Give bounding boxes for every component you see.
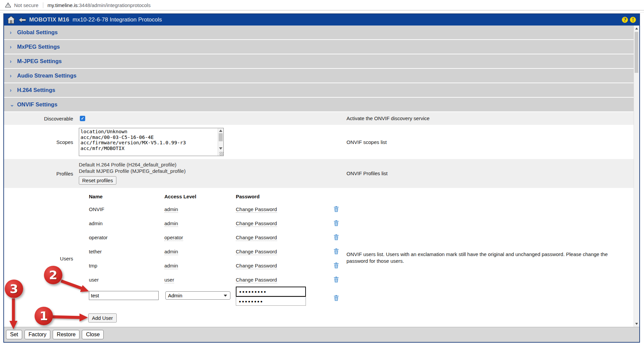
new-user-password-confirm-input[interactable]: ●●●●●●●● [236, 297, 306, 306]
add-user-button[interactable]: Add User [88, 313, 117, 323]
not-secure-label[interactable]: Not secure [14, 2, 39, 8]
accordion-section-global-settings[interactable]: › Global Settings [4, 26, 634, 39]
users-table-header: Name Access Level Password [89, 191, 634, 202]
password-confirm-dots: ●●●●●●●● [239, 299, 263, 303]
home-icon[interactable] [7, 16, 15, 24]
scopes-row: Scopes location/Unknown acc/mac/00-03-C5… [4, 126, 634, 158]
accordion-section-h264-settings[interactable]: › H.264 Settings [4, 83, 634, 97]
discoverable-checkbox[interactable]: ✓ [80, 116, 85, 121]
column-header-name: Name [89, 194, 164, 199]
chevron-icon: ⌄ [10, 101, 13, 108]
scopes-textarea-value[interactable]: location/Unknown acc/mac/00-03-C5-16-06-… [79, 128, 218, 156]
change-password-link[interactable]: Change Password [236, 235, 277, 241]
users-row: Users Name Access Level Password ONVIF a… [4, 189, 634, 326]
accordion-section-audio-stream-settings[interactable]: › Audio Stream Settings [4, 69, 634, 83]
page-scrollbar-up-arrow-icon[interactable] [634, 26, 639, 31]
chevron-icon: › [10, 87, 13, 93]
users-label: Users [4, 256, 73, 261]
scopes-textarea[interactable]: location/Unknown acc/mac/00-03-C5-16-06-… [79, 128, 224, 156]
accordion-section-label: ONVIF Settings [17, 101, 57, 108]
user-name: tether [89, 249, 164, 254]
change-password-link[interactable]: Change Password [236, 277, 277, 283]
delete-new-user-trash-icon[interactable] [334, 295, 339, 301]
set-button[interactable]: Set [6, 330, 22, 339]
scrollbar-up-arrow-icon[interactable] [219, 130, 222, 132]
page-scrollbar-down-arrow-icon[interactable] [634, 321, 639, 326]
selected-access-level: Admin [168, 293, 182, 298]
user-name: admin [89, 220, 164, 226]
not-secure-warning-icon [5, 2, 11, 8]
user-access-level[interactable]: admin [164, 249, 178, 255]
url-path: :3448/admin/integrationprotocols [77, 2, 151, 8]
users-table-body: ONVIF admin Change Password [89, 202, 634, 287]
info-icon[interactable]: ! [630, 17, 636, 23]
discoverable-label: Discoverable [4, 116, 73, 121]
user-name: tmp [89, 263, 164, 268]
url-text[interactable]: my.timeline.is:3448/admin/integrationpro… [48, 2, 151, 8]
delete-user-trash-icon[interactable] [334, 277, 339, 283]
help-icon[interactable]: ? [622, 17, 628, 23]
change-password-link[interactable]: Change Password [236, 263, 277, 269]
column-header-password: Password [236, 194, 334, 199]
url-divider [43, 2, 43, 8]
new-user-name-input[interactable] [89, 291, 159, 300]
brand-title: MOBOTIX M16 [29, 16, 69, 23]
page-scrollbar-thumb[interactable] [635, 32, 638, 73]
accordion-section-label: MxPEG Settings [17, 44, 60, 50]
back-arrow-icon[interactable] [18, 17, 26, 23]
chevron-icon: › [10, 58, 13, 64]
password-dots: ●●●●●●●●● [239, 290, 267, 294]
discoverable-row: Discoverable ✓ Activate the ONVIF discov… [4, 112, 634, 125]
chevron-icon: › [10, 30, 13, 36]
select-chevron-down-icon [224, 295, 227, 297]
profiles-description: ONVIF Profiles list [346, 170, 388, 176]
browser-address-bar[interactable]: Not secure my.timeline.is:3448/admin/int… [0, 0, 644, 10]
url-host: my.timeline.is [48, 2, 78, 8]
factory-button[interactable]: Factory [24, 330, 50, 339]
accordion-section-mxpeg-settings[interactable]: › MxPEG Settings [4, 40, 634, 54]
close-button[interactable]: Close [82, 330, 104, 339]
accordion-list: › Global Settings › MxPEG Settings › M-J… [4, 26, 634, 111]
user-access-level[interactable]: user [164, 277, 174, 283]
scopes-description: ONVIF scopes list [346, 139, 387, 145]
change-password-link[interactable]: Change Password [236, 249, 277, 255]
column-header-access-level: Access Level [164, 194, 236, 199]
delete-user-trash-icon[interactable] [334, 220, 339, 226]
delete-user-trash-icon[interactable] [334, 206, 339, 212]
scrollbar-thumb[interactable] [219, 133, 223, 141]
scrollbar-down-arrow-icon[interactable] [219, 147, 222, 150]
page-scrollbar[interactable] [634, 26, 639, 327]
profiles-label: Profiles [4, 171, 73, 177]
profiles-row: Profiles Default H.264 Profile (H264_def… [4, 159, 634, 188]
chevron-icon: › [10, 44, 13, 50]
scopes-scrollbar[interactable] [218, 128, 223, 156]
change-password-link[interactable]: Change Password [236, 206, 277, 213]
restore-button[interactable]: Restore [53, 330, 79, 339]
scopes-label: Scopes [4, 139, 73, 145]
footer-button-bar: Set Factory Restore Close [4, 327, 639, 342]
user-access-level[interactable]: admin [164, 263, 178, 269]
textarea-resize-grip-icon[interactable] [219, 152, 223, 156]
accordion-section-label: Audio Stream Settings [17, 72, 76, 79]
accordion-section-label: Global Settings [17, 29, 58, 36]
table-row: user user Change Password [89, 273, 634, 287]
accordion-section-label: H.264 Settings [17, 87, 55, 93]
new-user-access-level-select[interactable]: Admin [165, 291, 230, 300]
accordion-section-onvif-settings[interactable]: ⌄ ONVIF Settings [4, 98, 634, 111]
user-access-level[interactable]: operator [164, 235, 183, 241]
user-name: operator [89, 235, 164, 240]
delete-user-trash-icon[interactable] [334, 234, 339, 240]
new-user-password-input[interactable]: ●●●●●●●●● [236, 287, 306, 297]
table-row: ONVIF admin Change Password [89, 202, 634, 216]
page-top-divider [0, 12, 644, 12]
user-name: ONVIF [89, 206, 164, 212]
user-access-level[interactable]: admin [164, 206, 178, 213]
delete-user-trash-icon[interactable] [334, 262, 339, 268]
accordion-section-mjpeg-settings[interactable]: › M-JPEG Settings [4, 54, 634, 68]
user-access-level[interactable]: admin [164, 220, 178, 227]
profile-line-mjpeg: Default MJPEG Profile (MJPEG_default_pro… [79, 168, 185, 174]
change-password-link[interactable]: Change Password [236, 220, 277, 227]
delete-user-trash-icon[interactable] [334, 248, 339, 254]
scroll-region: › Global Settings › MxPEG Settings › M-J… [4, 26, 634, 327]
reset-profiles-button[interactable]: Reset profiles [79, 176, 116, 185]
